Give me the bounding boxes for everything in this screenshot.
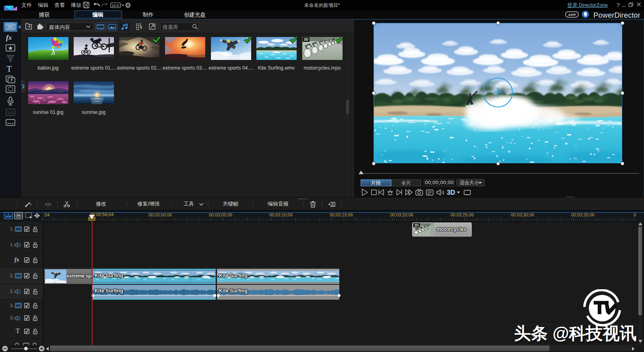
svg-text:16:9: 16:9 <box>112 4 119 8</box>
svg-text:3D: 3D <box>447 189 455 196</box>
svg-text:123: 123 <box>7 111 13 115</box>
